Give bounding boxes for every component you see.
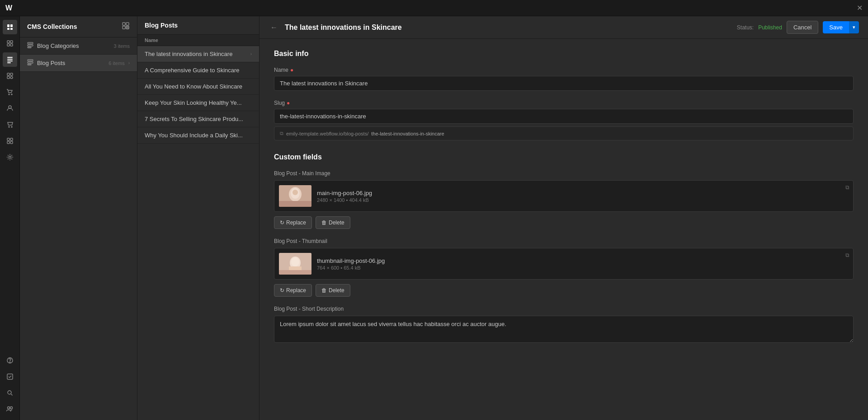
blog-post-item-6[interactable]: Why You Should Include a Daily Ski... [137,127,259,144]
users-icon-btn[interactable] [3,101,17,116]
svg-rect-10 [7,61,13,61]
thumb-replace-icon: ↻ [280,287,284,294]
assets-icon-btn[interactable] [3,69,17,83]
main-layout: CMS Collections Blog Categories 3 items … [0,16,868,420]
thumbnail-container: ⧉ [274,248,854,280]
detail-header-right: Status: Published Cancel Save ▾ [737,21,859,34]
thumbnail-preview [279,253,311,275]
settings-icon-btn[interactable] [3,150,17,164]
svg-point-18 [9,106,11,108]
cms-add-button[interactable] [122,22,130,32]
short-desc-label: Blog Post - Short Description [274,306,854,312]
status-value: Published [758,24,782,31]
svg-rect-8 [7,57,13,58]
svg-rect-3 [10,28,13,30]
svg-rect-5 [10,41,13,43]
thumbnail-info: thumbnail-img-post-06.jpg 764 × 600 • 65… [317,257,849,271]
svg-point-15 [10,76,13,79]
name-input[interactable] [274,76,854,91]
cancel-button[interactable]: Cancel [787,21,818,34]
slug-field-group: Slug ● ⧉ emily-template.webflow.io/blog-… [274,100,854,140]
status-label: Status: [737,24,754,31]
blog-post-item-4[interactable]: Keep Your Skin Looking Healthy Ye... [137,95,259,111]
name-required-indicator: ● [290,67,293,73]
svg-rect-33 [126,23,129,25]
save-dropdown-button[interactable]: ▾ [849,21,859,33]
svg-rect-12 [7,73,9,75]
svg-rect-7 [10,44,13,46]
save-button[interactable]: Save [823,21,849,33]
collection-item-blog-categories[interactable]: Blog Categories 3 items [20,37,137,55]
blog-posts-column-header: Name [137,35,259,46]
cart-icon-btn[interactable] [3,117,17,132]
custom-fields-title: Custom fields [274,153,854,161]
thumbnail-dimensions: 764 × 600 • 65.4 kB [317,265,849,271]
thumbnail-external-link[interactable]: ⧉ [845,252,849,258]
close-button[interactable]: ✕ [857,4,863,12]
main-image-external-link[interactable]: ⧉ [845,184,849,191]
save-button-group: Save ▾ [823,21,859,33]
blog-post-item-3[interactable]: All You Need to Know About Skincare [137,79,259,95]
cms-panel-header: CMS Collections [20,16,137,37]
search-icon-btn[interactable] [3,386,17,400]
cms-icon-btn[interactable] [3,52,17,67]
slug-preview: ⧉ emily-template.webflow.io/blog-posts/t… [274,126,854,140]
blog-post-name-5: 7 Secrets To Selling Skincare Produ... [145,116,252,122]
blog-post-item-5[interactable]: 7 Secrets To Selling Skincare Produ... [137,111,259,127]
thumb-delete-icon: 🗑 [321,287,327,294]
webflow-logo: W [5,4,12,12]
team-icon-btn[interactable] [3,402,17,416]
thumbnail-label: Blog Post - Thumbnail [274,238,854,244]
name-field-group: Name ● [274,67,854,91]
detail-header: ← The latest innovations in Skincare Sta… [259,16,868,39]
svg-rect-40 [28,60,33,61]
back-button[interactable]: ← [269,22,279,33]
short-desc-input[interactable]: Lorem ipsum dolor sit amet lacus sed viv… [274,316,854,343]
delete-icon: 🗑 [321,219,327,226]
svg-rect-14 [7,76,9,79]
main-image-info: main-img-post-06.jpg 2480 × 1400 • 404.4… [317,190,849,203]
main-image-label: Blog Post - Main Image [274,170,854,177]
slug-url-prefix: emily-template.webflow.io/blog-posts/ [286,131,368,136]
thumbnail-delete-button[interactable]: 🗑 Delete [316,284,350,297]
components-icon-btn[interactable] [3,36,17,51]
svg-rect-9 [7,59,13,60]
tasks-icon-btn[interactable] [3,369,17,384]
slug-input[interactable] [274,109,854,124]
blog-posts-panel: Blog Posts Name The latest innovations i… [137,16,259,420]
svg-rect-39 [28,47,31,48]
blog-posts-header: Blog Posts [137,16,259,35]
pages-icon-btn[interactable] [3,20,17,34]
svg-rect-4 [7,41,9,43]
apps-icon-btn[interactable] [3,134,17,148]
main-image-filename: main-img-post-06.jpg [317,190,849,196]
ecommerce-icon-btn[interactable] [3,85,17,99]
svg-point-29 [8,391,11,394]
thumbnail-replace-button[interactable]: ↻ Replace [274,284,312,297]
detail-panel: ← The latest innovations in Skincare Sta… [259,16,868,420]
thumbnail-item: thumbnail-img-post-06.jpg 764 × 600 • 65… [274,248,853,279]
main-image-replace-button[interactable]: ↻ Replace [274,216,312,229]
svg-rect-24 [10,141,13,144]
replace-label: Replace [286,219,306,226]
main-image-delete-button[interactable]: 🗑 Delete [316,216,350,229]
svg-rect-22 [10,138,13,140]
main-image-dimensions: 2480 × 1400 • 404.4 kB [317,197,849,203]
svg-point-30 [7,407,9,409]
blog-post-item-2[interactable]: A Comprehensive Guide to Skincare [137,62,259,79]
collection-item-blog-posts[interactable]: Blog Posts 6 items › [20,55,137,72]
main-image-item: main-img-post-06.jpg 2480 × 1400 • 404.4… [274,181,853,211]
blog-post-item-1[interactable]: The latest innovations in Skincare › [137,46,259,62]
help-icon-btn[interactable] [3,353,17,368]
top-bar: W ✕ [0,0,868,16]
svg-rect-13 [10,73,13,75]
top-bar-left: W [5,4,12,12]
svg-rect-34 [123,26,125,29]
collection-blog-posts-name: Blog Posts [37,60,105,66]
collection-icon [27,42,33,50]
basic-info-title: Basic info [274,50,854,58]
main-image-preview [279,185,311,207]
svg-rect-2 [7,28,9,30]
slug-label-text: Slug [274,100,285,106]
svg-rect-46 [279,201,311,207]
